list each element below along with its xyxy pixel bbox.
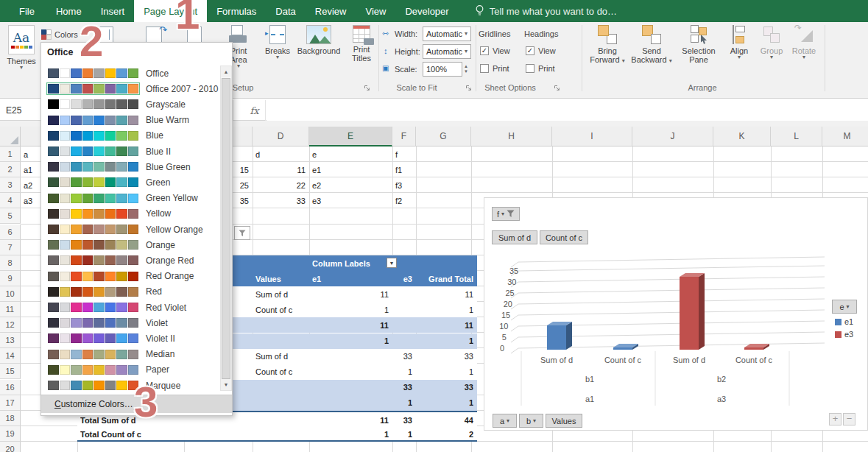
theme-item-blue-green[interactable]: Blue Green [41,159,221,174]
pivot-cell[interactable]: Sum of d [255,286,306,302]
pivot-cell[interactable]: 1 [419,333,473,349]
height-select[interactable]: Automatic▾ [423,44,471,59]
pivot-cell[interactable]: 1 [312,302,389,317]
column-header-M[interactable]: M [822,127,868,146]
theme-item-red[interactable]: Red [41,284,221,300]
pivot-cell[interactable]: 33 [419,380,473,395]
cell-D4[interactable]: 33 [255,193,306,208]
cell-D2[interactable]: 11 [255,162,306,177]
theme-item-office-2007-2010[interactable]: Office 2007 - 2010 [41,81,221,96]
tab-page-layout[interactable]: Page Layout [134,0,207,22]
theme-item-red-orange[interactable]: Red Orange [41,269,221,284]
selection-pane-button[interactable]: Selection Pane [677,25,720,64]
theme-item-green[interactable]: Green [41,174,221,190]
scrollbar-thumb[interactable] [222,78,230,379]
pivot-cell[interactable]: 11 [419,317,473,333]
theme-item-yellow[interactable]: Yellow [41,206,221,222]
row-header-10[interactable]: 10 [0,286,21,302]
tab-formulas[interactable]: Formulas [207,0,266,22]
tab-file[interactable]: File [7,0,46,22]
pivot-cell[interactable]: 11 [312,286,389,302]
rotate-button[interactable]: ↷ Rotate ▾ [789,25,819,60]
row-header-6[interactable]: 6 [0,225,21,240]
theme-item-violet[interactable]: Violet [41,315,221,331]
pivot-cell[interactable]: 11 [419,286,473,302]
gridlines-print-checkbox[interactable]: Print [480,64,509,73]
row-header-16[interactable]: 16 [0,380,21,395]
chart-legend-field-button[interactable]: e▾ [832,300,857,314]
row-header-18[interactable]: 18 [0,411,21,426]
select-all-corner[interactable] [0,127,21,146]
pivot-cell[interactable]: 33 [395,349,412,364]
row-header-7[interactable]: 7 [0,240,21,255]
pivot-cell[interactable]: Sum of d [255,349,306,364]
cell-E3[interactable]: e2 [312,177,389,193]
row-header-1[interactable]: 1 [0,146,21,162]
background-button[interactable]: Background [293,25,345,55]
print-titles-button[interactable]: Print Titles [346,25,377,63]
pivot-cell[interactable]: 1 [312,333,389,349]
dropdown-scrollbar[interactable]: ▲ ▼ [220,66,232,391]
pivot-cell[interactable]: 1 [395,364,412,380]
theme-item-orange[interactable]: Orange [41,237,221,253]
cell-D1[interactable]: d [255,146,306,162]
row-header-14[interactable]: 14 [0,348,21,364]
pivot-cell[interactable]: 33 [395,380,412,395]
theme-item-paper[interactable]: Paper [41,362,221,378]
pivot-cell[interactable]: Count of c [255,364,306,380]
pivot-chart[interactable]: 05101520253035Sum of dCount of cSum of d… [484,197,868,431]
row-header-2[interactable]: 2 [0,162,21,177]
tab-view[interactable]: View [356,0,395,22]
row-header-15[interactable]: 15 [0,364,21,379]
row-header-5[interactable]: 5 [0,208,21,224]
theme-item-blue-ii[interactable]: Blue II [41,144,221,159]
theme-item-median[interactable]: Median [41,347,221,362]
formula-input[interactable] [267,100,868,121]
sheet-options-dialog-launcher-icon[interactable] [554,84,561,91]
autofilter-button[interactable] [234,226,250,240]
headings-view-checkbox[interactable]: ✓ View [526,46,556,55]
column-header-G[interactable]: G [416,127,471,146]
theme-item-violet-ii[interactable]: Violet II [41,331,221,346]
pivot-cell[interactable]: Count of c [255,302,306,317]
theme-item-blue-warm[interactable]: Blue Warm [41,113,221,128]
column-header-J[interactable]: J [632,127,713,146]
pivot-cell[interactable]: 1 [395,395,412,411]
themes-button[interactable]: Aa Themes ▾ [4,25,38,70]
tab-insert[interactable]: Insert [91,0,135,22]
chart-field-button-count-of-c[interactable]: Count of c [540,230,588,244]
cell-F3[interactable]: f3 [395,177,412,193]
row-header-20[interactable]: 20 [0,442,21,452]
group-button[interactable]: Group ▾ [757,25,786,60]
row-header-11[interactable]: 11 [0,302,21,317]
tab-home[interactable]: Home [46,0,91,22]
breaks-button[interactable]: ▸ Breaks ▾ [257,25,298,60]
row-header-13[interactable]: 13 [0,333,21,348]
column-labels-filter-icon[interactable]: ▼ [387,258,397,268]
scroll-down-icon[interactable]: ▼ [221,379,231,390]
row-header-8[interactable]: 8 [0,255,21,271]
margins-icon[interactable] [94,27,113,43]
cell-E2[interactable]: e1 [312,162,389,177]
cell-E1[interactable]: e [312,146,389,162]
gridlines-view-checkbox[interactable]: ✓ View [480,46,510,55]
theme-item-red-violet[interactable]: Red Violet [41,300,221,315]
tell-me-box[interactable]: Tell me what you want to do… [475,0,617,22]
scroll-up-icon[interactable]: ▲ [221,66,231,77]
pivot-cell[interactable]: Grand Total [419,271,473,286]
column-header-F[interactable]: F [392,127,416,146]
column-header-H[interactable]: H [471,127,552,146]
pivot-cell[interactable]: 1 [419,395,473,411]
column-header-E[interactable]: E [309,127,392,146]
chart-axis-button-b[interactable]: b▾ [519,414,543,428]
scale-input[interactable]: 100% [423,62,462,77]
chart-axis-button-values[interactable]: Values [546,414,582,428]
row-header-17[interactable]: 17 [0,395,21,411]
pivot-cell[interactable]: 2 [419,426,473,442]
scale-spinner[interactable]: ▲▼ [464,62,473,77]
row-header-4[interactable]: 4 [0,193,21,208]
tab-review[interactable]: Review [306,0,356,22]
tab-data[interactable]: Data [266,0,305,22]
theme-item-green-yellow[interactable]: Green Yellow [41,191,221,206]
customize-colors-item[interactable]: Customize Colors… [41,395,232,413]
